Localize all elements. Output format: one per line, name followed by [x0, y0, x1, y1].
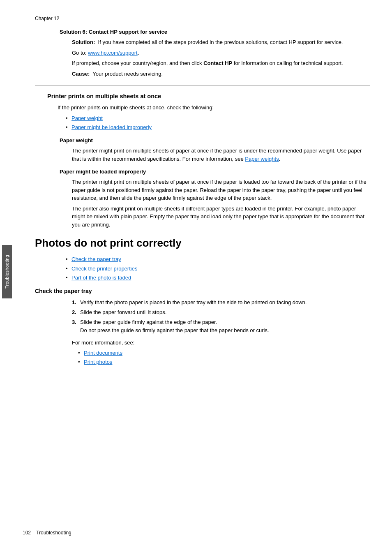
more-info-bullets: Print documents Print photos [78, 349, 370, 366]
photos-section: Photos do not print correctly Check the … [35, 237, 370, 282]
chapter-header: Chapter 12 [35, 16, 370, 21]
paper-improperly-link[interactable]: Paper might be loaded improperly [71, 124, 152, 130]
solution-label: Solution: [72, 39, 95, 45]
paper-improperly-heading: Paper might be loaded improperly [60, 169, 370, 175]
contact-hp-bold: Contact HP [203, 60, 232, 66]
paper-weight-heading: Paper weight [60, 137, 370, 143]
paper-weight-end: . [279, 156, 281, 162]
paper-weight-section: Paper weight The printer might print on … [35, 137, 370, 163]
list-item: Print photos [78, 358, 370, 366]
list-item: Check the printer properties [66, 265, 370, 273]
paper-improperly-body1: The printer might print on multiple shee… [72, 178, 370, 202]
solution6-text: If you have completed all of the steps p… [98, 39, 343, 45]
solution6-title: Solution 6: Contact HP support for servi… [60, 29, 370, 35]
footer: 102 Troubleshooting [23, 530, 71, 536]
section-divider [35, 85, 370, 85]
prompt-text2: for information on calling for technical… [232, 60, 343, 66]
sidebar-tab: Troubleshooting [2, 245, 12, 298]
cause-label: Cause: [72, 71, 90, 77]
check-paper-tray-link[interactable]: Check the paper tray [71, 256, 121, 262]
photo-faded-link[interactable]: Part of the photo is faded [71, 275, 131, 281]
solution6-prompt: If prompted, choose your country/region,… [72, 59, 370, 67]
list-item: Paper weight [66, 114, 370, 122]
solution6-cause: Cause: Your product needs servicing. [72, 70, 370, 78]
paper-weight-text: The printer might print on multiple shee… [72, 148, 362, 162]
solution6-block: Solution 6: Contact HP support for servi… [35, 29, 370, 78]
multiple-sheets-intro: If the printer prints on multiple sheets… [58, 104, 370, 112]
page-number: 102 [23, 530, 31, 536]
goto-label: Go to: [72, 50, 88, 56]
solution6-goto: Go to: www.hp.com/support. [72, 49, 370, 57]
list-item: 3.Slide the paper guide firmly against t… [72, 318, 370, 335]
paper-improperly-section: Paper might be loaded improperly The pri… [35, 169, 370, 229]
multiple-sheets-section: Printer prints on multiple sheets at onc… [35, 93, 370, 132]
check-paper-tray-section: Check the paper tray 1.Verify that the p… [35, 288, 370, 366]
multiple-sheets-heading: Printer prints on multiple sheets at onc… [47, 93, 370, 99]
list-item: Paper might be loaded improperly [66, 123, 370, 132]
list-item: Part of the photo is faded [66, 274, 370, 282]
list-item: 1.Verify that the photo paper is placed … [72, 298, 370, 307]
paper-weight-link[interactable]: Paper weight [71, 115, 103, 121]
print-photos-link[interactable]: Print photos [84, 359, 112, 365]
hp-support-link[interactable]: www.hp.com/support [88, 50, 138, 56]
list-item: 2.Slide the paper forward until it stops… [72, 308, 370, 317]
check-paper-tray-steps: 1.Verify that the photo paper is placed … [72, 298, 370, 335]
photos-bullets: Check the paper tray Check the printer p… [66, 255, 370, 282]
paper-weight-body: The printer might print on multiple shee… [72, 147, 370, 163]
footer-section: Troubleshooting [36, 530, 71, 536]
solution6-body: Solution: If you have completed all of t… [72, 38, 370, 46]
for-more-text: For more information, see: [72, 339, 370, 347]
list-item: Print documents [78, 349, 370, 357]
paper-improperly-body2: The printer also might print on multiple… [72, 205, 370, 229]
list-item: Check the paper tray [66, 255, 370, 263]
multiple-sheets-bullets: Paper weight Paper might be loaded impro… [66, 114, 370, 132]
check-printer-props-link[interactable]: Check the printer properties [71, 266, 137, 272]
cause-text: Your product needs servicing. [92, 71, 163, 77]
prompt-text: If prompted, choose your country/region,… [72, 60, 203, 66]
photos-big-title: Photos do not print correctly [35, 237, 370, 250]
check-paper-tray-heading: Check the paper tray [35, 288, 370, 294]
print-documents-link[interactable]: Print documents [84, 350, 122, 356]
paper-weights-link[interactable]: Paper weights [245, 156, 279, 162]
